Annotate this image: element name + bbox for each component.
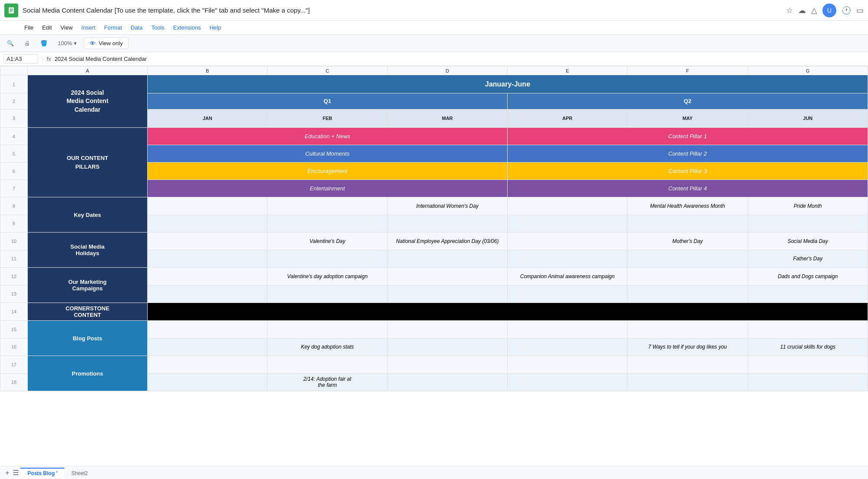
cell-d16[interactable] <box>387 338 507 356</box>
cell-f18[interactable] <box>627 373 748 391</box>
cell-a17-a18[interactable]: Promotions <box>27 356 147 391</box>
cell-g3[interactable]: JUN <box>748 109 868 127</box>
cell-a4-a7[interactable]: OUR CONTENT PILLARS <box>27 128 147 197</box>
cell-f3[interactable]: MAY <box>627 109 748 127</box>
cell-d13[interactable] <box>387 285 507 303</box>
cell-c12[interactable]: Valentine's day adoption campaign <box>267 268 387 286</box>
drive-icon[interactable]: △ <box>811 6 817 15</box>
cell-b4-d4[interactable]: Education + News <box>148 128 508 145</box>
cell-g12[interactable]: Dads and Dogs campaign <box>748 268 868 286</box>
cell-d17[interactable] <box>387 356 507 374</box>
cell-f9[interactable] <box>627 215 748 233</box>
star-icon[interactable]: ☆ <box>786 6 793 15</box>
cell-b11[interactable] <box>148 250 267 268</box>
cell-a1[interactable]: 2024 Social Media Content Calendar <box>27 75 147 128</box>
paint-format-button[interactable]: 🪣 <box>37 38 51 48</box>
cell-g17[interactable] <box>748 356 868 374</box>
cell-b18[interactable] <box>148 373 267 391</box>
cell-e7-g7[interactable]: Content Pillar 4 <box>507 180 868 197</box>
cell-b14-g14[interactable] <box>148 303 868 321</box>
cell-f11[interactable] <box>627 250 748 268</box>
cell-d9[interactable] <box>387 215 507 233</box>
cell-c10[interactable]: Valentine's Day <box>267 233 387 250</box>
cell-f10[interactable]: Mother's Day <box>627 233 748 250</box>
cell-b9[interactable] <box>148 215 267 233</box>
cell-f8[interactable]: Mental Health Awareness Month <box>627 197 748 215</box>
avatar[interactable]: U <box>822 3 836 17</box>
cell-b10[interactable] <box>148 233 267 250</box>
cell-d11[interactable] <box>387 250 507 268</box>
cell-b16[interactable] <box>148 338 267 356</box>
cell-g8[interactable]: Pride Month <box>748 197 868 215</box>
cell-e4-g4[interactable]: Content Pillar 1 <box>507 128 868 145</box>
cell-d3[interactable]: MAR <box>387 109 507 127</box>
menu-edit[interactable]: Edit <box>39 23 55 32</box>
cell-d8[interactable]: International Women's Day <box>387 197 507 215</box>
cell-b2-d2[interactable]: Q1 <box>148 93 508 110</box>
cell-b5-d5[interactable]: Cultural Moments <box>148 145 508 163</box>
cell-c17[interactable] <box>267 356 387 374</box>
cell-e9[interactable] <box>507 215 627 233</box>
cell-d18[interactable] <box>387 373 507 391</box>
cell-a15-a16[interactable]: Blog Posts <box>27 321 147 356</box>
menu-insert[interactable]: Insert <box>78 23 99 32</box>
cell-e10[interactable] <box>507 233 627 250</box>
cell-e16[interactable] <box>507 338 627 356</box>
cell-g11[interactable]: Father's Day <box>748 250 868 268</box>
cell-c3[interactable]: FEB <box>267 109 387 127</box>
cell-b6-d6[interactable]: Encouragement <box>148 163 508 180</box>
search-button[interactable]: 🔍 <box>3 38 17 48</box>
cell-e6-g6[interactable]: Content Pillar 3 <box>507 163 868 180</box>
cell-b8[interactable] <box>148 197 267 215</box>
cell-e3[interactable]: APR <box>507 109 627 127</box>
cell-c16[interactable]: Key dog adoption stats <box>267 338 387 356</box>
cell-a14[interactable]: CORNERSTONE CONTENT <box>27 303 147 321</box>
cell-b12[interactable] <box>148 268 267 286</box>
cell-g18[interactable] <box>748 373 868 391</box>
menu-format[interactable]: Format <box>101 23 125 32</box>
menu-data[interactable]: Data <box>127 23 146 32</box>
cell-f15[interactable] <box>627 321 748 339</box>
cell-a10-a11[interactable]: Social Media Holidays <box>27 233 147 268</box>
zoom-control[interactable]: 100% ▾ <box>54 38 80 48</box>
cell-b7-d7[interactable]: Entertainment <box>148 180 508 197</box>
cell-f16[interactable]: 7 Ways to tell if your dog likes you <box>627 338 748 356</box>
cell-c15[interactable] <box>267 321 387 339</box>
cell-e15[interactable] <box>507 321 627 339</box>
history-icon[interactable]: 🕐 <box>842 6 851 15</box>
cell-g9[interactable] <box>748 215 868 233</box>
menu-view[interactable]: View <box>57 23 76 32</box>
cell-a8-a9[interactable]: Key Dates <box>27 197 147 233</box>
cell-e18[interactable] <box>507 373 627 391</box>
cell-b15[interactable] <box>148 321 267 339</box>
cell-e12[interactable]: Companion Animal awareness campaign <box>507 268 627 286</box>
view-only-button[interactable]: 👁 View only <box>84 37 128 49</box>
cell-d12[interactable] <box>387 268 507 286</box>
menu-help[interactable]: Help <box>206 23 224 32</box>
menu-extensions[interactable]: Extensions <box>170 23 205 32</box>
cell-g13[interactable] <box>748 285 868 303</box>
cell-f13[interactable] <box>627 285 748 303</box>
cell-b17[interactable] <box>148 356 267 374</box>
cell-e11[interactable] <box>507 250 627 268</box>
cell-b3[interactable]: JAN <box>148 109 267 127</box>
cell-g15[interactable] <box>748 321 868 339</box>
cell-c18[interactable]: 2/14: Adoption fair at the farm <box>267 373 387 391</box>
cell-e13[interactable] <box>507 285 627 303</box>
cell-e5-g5[interactable]: Content Pillar 2 <box>507 145 868 163</box>
cell-e17[interactable] <box>507 356 627 374</box>
cell-g16[interactable]: 11 crucial skills for dogs <box>748 338 868 356</box>
cell-d10[interactable]: National Employee Appreciation Day (03/0… <box>387 233 507 250</box>
cell-c8[interactable] <box>267 197 387 215</box>
menu-tools[interactable]: Tools <box>148 23 168 32</box>
cell-f17[interactable] <box>627 356 748 374</box>
cell-c13[interactable] <box>267 285 387 303</box>
print-button[interactable]: 🖨 <box>21 38 33 48</box>
cell-reference[interactable]: A1:A3 <box>3 54 38 63</box>
cell-b13[interactable] <box>148 285 267 303</box>
cell-a12-a13[interactable]: Our Marketing Campaigns <box>27 268 147 303</box>
cell-e8[interactable] <box>507 197 627 215</box>
cell-b1-g1[interactable]: January-June <box>148 75 868 93</box>
cell-e2-g2[interactable]: Q2 <box>507 93 868 110</box>
menu-file[interactable]: File <box>21 23 37 32</box>
